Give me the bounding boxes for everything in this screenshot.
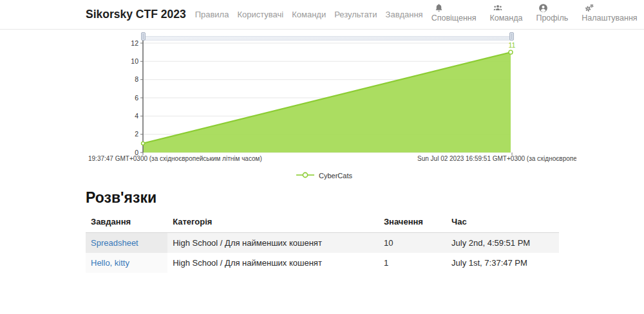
solves-table: Завдання Категорія Значення Час Spreadsh… <box>86 213 559 273</box>
category-cell: High School / Для найменших кошенят <box>167 233 379 254</box>
point-marker <box>142 142 145 145</box>
nav-links: Правила Користувачі Команди Результати З… <box>195 10 431 19</box>
cogs-icon <box>584 3 594 13</box>
legend-swatch[interactable] <box>296 171 315 180</box>
nav-item-settings[interactable]: Налаштування <box>582 3 637 23</box>
x-axis-label-right: Sun Jul 02 2023 16:59:51 GMT+0300 (за сх… <box>417 155 576 162</box>
y-tick-label: 10 <box>131 57 138 65</box>
nav-link-users[interactable]: Користувачі <box>237 10 283 19</box>
legend-marker <box>303 172 307 177</box>
nav-user-menu: Сповіщення Команда <box>431 3 644 23</box>
range-slider-left-handle[interactable] <box>141 32 146 41</box>
navbar-brand[interactable]: Sikorsky CTF 2023 <box>86 8 186 21</box>
nav-link-teams[interactable]: Команди <box>292 10 326 19</box>
x-axis-label-left: 19:37:47 GMT+0300 (за східноєвропейським… <box>88 155 262 162</box>
category-cell: High School / Для найменших кошенят <box>167 253 379 273</box>
challenge-link[interactable]: Spreadsheet <box>91 238 138 248</box>
y-tick-label: 6 <box>135 94 138 102</box>
col-header-category[interactable]: Категорія <box>167 213 379 233</box>
time-cell: July 2nd, 4:59:51 PM <box>446 233 559 254</box>
end-value-label: 11 <box>509 41 516 49</box>
col-header-value[interactable]: Значення <box>379 213 446 233</box>
nav-item-notifications[interactable]: Сповіщення <box>431 3 477 23</box>
user-circle-icon <box>538 3 548 13</box>
nav-link-rules[interactable]: Правила <box>195 10 229 19</box>
nav-item-label: Налаштування <box>582 14 637 23</box>
table-row: Spreadsheet High School / Для найменших … <box>86 233 559 254</box>
nav-item-label: Сповіщення <box>431 14 477 23</box>
table-header-row: Завдання Категорія Значення Час <box>86 213 559 233</box>
col-header-challenge[interactable]: Завдання <box>86 213 167 233</box>
table-row: Hello, kitty High School / Для найменших… <box>86 253 559 273</box>
legend-label[interactable]: CyberCats <box>319 172 352 180</box>
chart-legend: CyberCats <box>86 171 562 180</box>
bell-icon <box>434 3 444 13</box>
score-graph: 0246810121119:37:47 GMT+0300 (за східноє… <box>86 31 576 166</box>
nav-item-profile[interactable]: Профіль <box>536 3 568 23</box>
value-cell: 1 <box>379 253 446 273</box>
nav-link-challenges[interactable]: Завдання <box>386 10 423 19</box>
range-slider-right-handle[interactable] <box>509 32 514 41</box>
solves-heading: Розв'язки <box>86 189 559 207</box>
chart-range-slider-track[interactable] <box>143 36 513 41</box>
score-graph-svg: 0246810121119:37:47 GMT+0300 (за східноє… <box>86 31 576 166</box>
value-cell: 10 <box>379 233 446 254</box>
navbar: Sikorsky CTF 2023 Правила Користувачі Ко… <box>0 0 644 30</box>
challenge-link[interactable]: Hello, kitty <box>91 258 129 268</box>
nav-link-scoreboard[interactable]: Результати <box>334 10 377 19</box>
y-tick-label: 8 <box>135 75 138 83</box>
series-area <box>143 52 511 152</box>
y-tick-label: 2 <box>135 130 138 138</box>
y-tick-label: 4 <box>135 112 138 120</box>
nav-item-team[interactable]: Команда <box>490 3 523 23</box>
users-icon <box>493 3 503 13</box>
nav-item-label: Команда <box>490 14 523 23</box>
time-cell: July 1st, 7:37:47 PM <box>446 253 559 273</box>
nav-item-label: Профіль <box>536 14 568 23</box>
col-header-time[interactable]: Час <box>446 213 559 233</box>
point-marker <box>509 50 513 54</box>
y-tick-label: 12 <box>131 39 138 47</box>
